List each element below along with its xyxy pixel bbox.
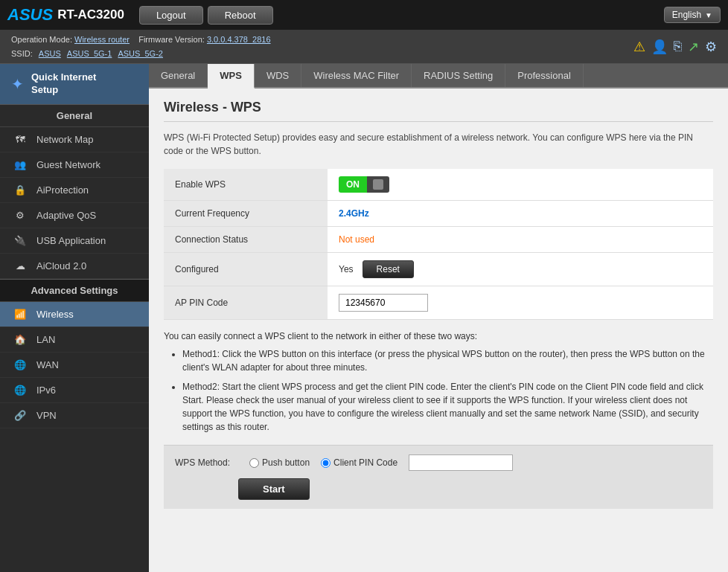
sidebar-item-aicloud[interactable]: ☁ AiCloud 2.0 [0,254,149,279]
quick-internet-setup[interactable]: ✦ Quick InternetSetup [0,64,149,105]
enable-wps-label: Enable WPS [164,169,328,201]
wps-form-table: Enable WPS ON Current Frequency 2.4GHz [164,169,713,320]
operation-mode-label: Operation Mode: [11,35,72,44]
aicloud-label: AiCloud 2.0 [36,260,86,271]
adaptive-qos-label: Adaptive QoS [36,210,96,221]
page-title: Wireless - WPS [164,100,713,122]
ap-pin-value [328,286,713,320]
connection-status-value: Not used [328,227,713,253]
sidebar-item-guest-network[interactable]: 👥 Guest Network [0,152,149,178]
reset-button[interactable]: Reset [363,260,414,278]
configured-value: Yes Reset [328,253,713,286]
guest-network-icon: 👥 [11,159,29,170]
page-description: WPS (Wi-Fi Protected Setup) provides eas… [164,131,713,158]
wireless-label: Wireless [36,309,74,320]
client-pin-code-label: Client PIN Code [333,457,397,468]
ssid-5g1[interactable]: ASUS_5G-1 [67,49,112,58]
tab-professional[interactable]: Professional [505,64,584,87]
network-map-label: Network Map [36,134,94,145]
settings-icon[interactable]: ⚙ [705,39,717,55]
share-icon[interactable]: ↗ [688,39,699,55]
tab-general[interactable]: General [149,64,208,87]
ap-pin-row: AP PIN Code [164,286,713,320]
ssid-asus[interactable]: ASUS [39,49,61,58]
methods-list: Method1: Click the WPS button on this in… [182,347,713,434]
lang-label: English [672,10,701,20]
sidebar-item-adaptive-qos[interactable]: ⚙ Adaptive QoS [0,203,149,228]
aiprotection-icon: 🔒 [11,184,29,196]
sidebar-item-aiprotection[interactable]: 🔒 AiProtection [0,178,149,203]
advanced-section-title: Advanced Settings [0,279,149,302]
vpn-label: VPN [36,410,57,421]
current-frequency-value: 2.4GHz [328,201,713,227]
header-buttons: Logout Reboot [139,6,273,25]
push-button-radio-label[interactable]: Push button [249,457,310,468]
wan-label: WAN [36,359,59,370]
general-section-title: General [0,105,149,127]
tab-radius-setting[interactable]: RADIUS Setting [412,64,505,87]
sidebar-item-vpn[interactable]: 🔗 VPN [0,403,149,428]
client-pin-radio[interactable] [321,458,331,468]
sidebar-item-wan[interactable]: 🌐 WAN [0,353,149,378]
warning-icon[interactable]: ⚠ [633,39,645,55]
firmware-label: Firmware Version: [138,35,205,44]
sidebar-item-wireless[interactable]: 📶 Wireless [0,302,149,327]
firmware-value[interactable]: 3.0.0.4.378_2816 [207,35,271,44]
method2-item: Method2: Start the client WPS process an… [182,380,713,434]
toggle-slider[interactable] [367,176,389,193]
sidebar-item-network-map[interactable]: 🗺 Network Map [0,127,149,152]
logo: ASUS RT-AC3200 [7,5,124,25]
ipv6-icon: 🌐 [11,385,29,396]
wan-icon: 🌐 [11,359,29,370]
enable-wps-row: Enable WPS ON [164,169,713,201]
toggle-on-label: ON [339,176,367,193]
tab-wireless-mac-filter[interactable]: Wireless MAC Filter [301,64,412,87]
tabs-bar: General WPS WDS Wireless MAC Filter RADI… [149,64,728,89]
tab-wps[interactable]: WPS [208,64,255,89]
enable-wps-value: ON [328,169,713,201]
client-pin-input[interactable] [409,454,513,471]
start-button[interactable]: Start [238,478,310,500]
sidebar: ✦ Quick InternetSetup General 🗺 Network … [0,64,149,572]
quick-setup-label: Quick InternetSetup [31,71,96,97]
lan-label: LAN [36,334,55,345]
network-map-icon: 🗺 [11,134,29,145]
main-layout: ✦ Quick InternetSetup General 🗺 Network … [0,64,728,572]
sidebar-item-usb-application[interactable]: 🔌 USB Application [0,228,149,254]
lang-arrow-icon: ▼ [705,11,712,19]
usb-application-label: USB Application [36,235,106,246]
current-frequency-label: Current Frequency [164,201,328,227]
copy-icon[interactable]: ⎘ [674,39,682,54]
push-button-radio[interactable] [249,458,259,468]
tab-wds[interactable]: WDS [255,64,301,87]
wps-method-section: WPS Method: Push button Client PIN Code … [164,445,713,509]
push-button-label: Push button [262,457,310,468]
configured-cell: Yes Reset [339,260,702,278]
quick-setup-icon: ✦ [11,75,24,93]
configured-row: Configured Yes Reset [164,253,713,286]
aicloud-icon: ☁ [11,260,29,271]
user-icon[interactable]: 👤 [651,39,668,55]
reboot-button[interactable]: Reboot [208,6,273,25]
ipv6-label: IPv6 [36,385,56,396]
wps-toggle[interactable]: ON [339,176,389,193]
usb-application-icon: 🔌 [11,235,29,246]
ap-pin-input[interactable] [339,294,428,312]
logout-button[interactable]: Logout [139,6,203,25]
wps-method-label: WPS Method: [175,457,238,468]
ssid-label: SSID: [11,49,33,58]
guest-network-label: Guest Network [36,159,100,170]
method1-item: Method1: Click the WPS button on this in… [182,347,713,374]
configured-label: Configured [164,253,328,286]
lang-selector[interactable]: English ▼ [664,7,721,23]
sidebar-item-ipv6[interactable]: 🌐 IPv6 [0,378,149,403]
connection-status-label: Connection Status [164,227,328,253]
operation-mode-value[interactable]: Wireless router [74,35,130,44]
wireless-icon: 📶 [11,309,29,320]
info-bar: Operation Mode: Wireless router Firmware… [0,30,728,64]
header: ASUS RT-AC3200 Logout Reboot English ▼ [0,0,728,30]
ssid-5g2[interactable]: ASUS_5G-2 [118,49,163,58]
client-pin-radio-label[interactable]: Client PIN Code [321,457,397,468]
page-content: Wireless - WPS WPS (Wi-Fi Protected Setu… [149,89,728,572]
sidebar-item-lan[interactable]: 🏠 LAN [0,327,149,353]
